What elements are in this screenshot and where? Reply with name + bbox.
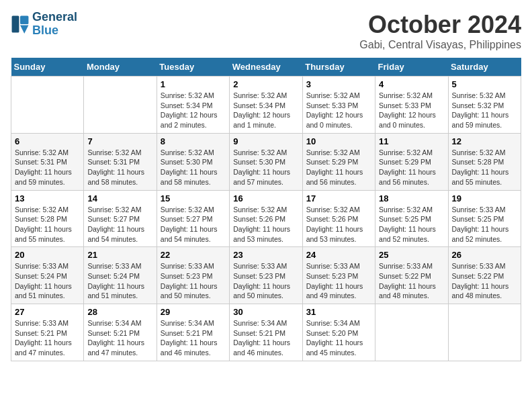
calendar-cell: 12Sunrise: 5:32 AMSunset: 5:28 PMDayligh…	[448, 133, 521, 190]
svg-marker-2	[20, 25, 28, 33]
day-info: Sunrise: 5:33 AMSunset: 5:21 PMDaylight:…	[15, 318, 80, 358]
day-info: Sunrise: 5:33 AMSunset: 5:24 PMDaylight:…	[15, 261, 80, 301]
calendar-cell: 28Sunrise: 5:34 AMSunset: 5:21 PMDayligh…	[84, 304, 157, 361]
calendar-cell: 6Sunrise: 5:32 AMSunset: 5:31 PMDaylight…	[11, 133, 84, 190]
svg-rect-0	[12, 15, 19, 32]
logo: General Blue	[11, 11, 77, 38]
calendar-cell: 15Sunrise: 5:32 AMSunset: 5:27 PMDayligh…	[157, 190, 229, 247]
calendar-cell: 2Sunrise: 5:32 AMSunset: 5:34 PMDaylight…	[230, 77, 302, 134]
calendar-cell: 13Sunrise: 5:32 AMSunset: 5:28 PMDayligh…	[11, 190, 84, 247]
logo-line1: General	[32, 11, 77, 24]
calendar-cell: 21Sunrise: 5:33 AMSunset: 5:24 PMDayligh…	[84, 247, 157, 304]
day-info: Sunrise: 5:32 AMSunset: 5:27 PMDaylight:…	[161, 205, 226, 244]
day-number: 18	[379, 193, 444, 203]
day-info: Sunrise: 5:32 AMSunset: 5:32 PMDaylight:…	[452, 91, 517, 130]
day-number: 28	[87, 307, 152, 317]
day-info: Sunrise: 5:32 AMSunset: 5:33 PMDaylight:…	[379, 91, 444, 130]
day-number: 9	[233, 136, 298, 146]
calendar-cell: 30Sunrise: 5:34 AMSunset: 5:21 PMDayligh…	[230, 304, 302, 361]
day-info: Sunrise: 5:32 AMSunset: 5:34 PMDaylight:…	[161, 91, 226, 130]
calendar-cell: 8Sunrise: 5:32 AMSunset: 5:30 PMDaylight…	[157, 133, 229, 190]
calendar-cell	[11, 77, 84, 134]
day-number: 6	[15, 136, 80, 146]
day-info: Sunrise: 5:33 AMSunset: 5:22 PMDaylight:…	[379, 261, 444, 301]
day-info: Sunrise: 5:32 AMSunset: 5:25 PMDaylight:…	[379, 205, 444, 244]
week-row-3: 13Sunrise: 5:32 AMSunset: 5:28 PMDayligh…	[11, 190, 521, 247]
day-number: 1	[161, 79, 226, 89]
weekday-header-thursday: Thursday	[302, 58, 375, 77]
calendar-cell: 7Sunrise: 5:32 AMSunset: 5:31 PMDaylight…	[84, 133, 157, 190]
day-info: Sunrise: 5:33 AMSunset: 5:24 PMDaylight:…	[87, 261, 152, 301]
calendar-cell: 17Sunrise: 5:32 AMSunset: 5:26 PMDayligh…	[302, 190, 375, 247]
day-info: Sunrise: 5:34 AMSunset: 5:21 PMDaylight:…	[87, 318, 152, 358]
day-number: 11	[379, 136, 444, 146]
day-number: 20	[15, 250, 80, 260]
day-info: Sunrise: 5:34 AMSunset: 5:21 PMDaylight:…	[161, 318, 226, 358]
calendar-cell	[375, 304, 448, 361]
weekday-header-wednesday: Wednesday	[230, 58, 302, 77]
calendar-cell: 22Sunrise: 5:33 AMSunset: 5:23 PMDayligh…	[157, 247, 229, 304]
day-number: 27	[15, 307, 80, 317]
calendar-cell: 9Sunrise: 5:32 AMSunset: 5:30 PMDaylight…	[230, 133, 302, 190]
day-info: Sunrise: 5:33 AMSunset: 5:23 PMDaylight:…	[306, 261, 371, 301]
weekday-header-monday: Monday	[84, 58, 157, 77]
day-number: 7	[87, 136, 152, 146]
day-info: Sunrise: 5:34 AMSunset: 5:21 PMDaylight:…	[233, 318, 298, 358]
weekday-header-row: SundayMondayTuesdayWednesdayThursdayFrid…	[11, 58, 521, 77]
month-title: October 2024	[359, 11, 521, 39]
calendar-cell: 14Sunrise: 5:32 AMSunset: 5:27 PMDayligh…	[84, 190, 157, 247]
logo-text: General Blue	[32, 11, 77, 38]
day-number: 24	[306, 250, 371, 260]
calendar-cell: 29Sunrise: 5:34 AMSunset: 5:21 PMDayligh…	[157, 304, 229, 361]
calendar-cell: 1Sunrise: 5:32 AMSunset: 5:34 PMDaylight…	[157, 77, 229, 134]
svg-rect-1	[20, 15, 28, 24]
weekday-header-sunday: Sunday	[11, 58, 84, 77]
day-number: 26	[452, 250, 517, 260]
title-section: October 2024 Gabi, Central Visayas, Phil…	[359, 11, 521, 51]
day-number: 30	[233, 307, 298, 317]
calendar-cell: 19Sunrise: 5:33 AMSunset: 5:25 PMDayligh…	[448, 190, 521, 247]
day-number: 31	[306, 307, 371, 317]
calendar-cell	[84, 77, 157, 134]
day-info: Sunrise: 5:32 AMSunset: 5:28 PMDaylight:…	[452, 148, 517, 187]
day-number: 12	[452, 136, 517, 146]
day-info: Sunrise: 5:32 AMSunset: 5:31 PMDaylight:…	[87, 148, 152, 187]
calendar-cell: 18Sunrise: 5:32 AMSunset: 5:25 PMDayligh…	[375, 190, 448, 247]
weekday-header-saturday: Saturday	[448, 58, 521, 77]
calendar-cell: 24Sunrise: 5:33 AMSunset: 5:23 PMDayligh…	[302, 247, 375, 304]
day-number: 14	[87, 193, 152, 203]
calendar-cell: 11Sunrise: 5:32 AMSunset: 5:29 PMDayligh…	[375, 133, 448, 190]
day-number: 2	[233, 79, 298, 89]
logo-line2: Blue	[32, 24, 58, 37]
page-header: General Blue October 2024 Gabi, Central …	[11, 11, 521, 51]
day-info: Sunrise: 5:32 AMSunset: 5:27 PMDaylight:…	[87, 205, 152, 244]
day-info: Sunrise: 5:32 AMSunset: 5:33 PMDaylight:…	[306, 91, 371, 130]
day-number: 13	[15, 193, 80, 203]
week-row-1: 1Sunrise: 5:32 AMSunset: 5:34 PMDaylight…	[11, 77, 521, 134]
day-info: Sunrise: 5:32 AMSunset: 5:29 PMDaylight:…	[306, 148, 371, 187]
calendar-cell: 27Sunrise: 5:33 AMSunset: 5:21 PMDayligh…	[11, 304, 84, 361]
day-number: 4	[379, 79, 444, 89]
day-info: Sunrise: 5:32 AMSunset: 5:34 PMDaylight:…	[233, 91, 298, 130]
weekday-header-tuesday: Tuesday	[157, 58, 229, 77]
day-number: 19	[452, 193, 517, 203]
logo-icon	[11, 15, 30, 34]
location-subtitle: Gabi, Central Visayas, Philippines	[359, 39, 521, 51]
day-info: Sunrise: 5:32 AMSunset: 5:26 PMDaylight:…	[233, 205, 298, 244]
day-info: Sunrise: 5:33 AMSunset: 5:23 PMDaylight:…	[233, 261, 298, 301]
day-info: Sunrise: 5:33 AMSunset: 5:25 PMDaylight:…	[452, 205, 517, 244]
day-info: Sunrise: 5:32 AMSunset: 5:26 PMDaylight:…	[306, 205, 371, 244]
day-number: 23	[233, 250, 298, 260]
day-number: 17	[306, 193, 371, 203]
day-info: Sunrise: 5:32 AMSunset: 5:31 PMDaylight:…	[15, 148, 80, 187]
calendar-cell: 5Sunrise: 5:32 AMSunset: 5:32 PMDaylight…	[448, 77, 521, 134]
week-row-5: 27Sunrise: 5:33 AMSunset: 5:21 PMDayligh…	[11, 304, 521, 361]
calendar-cell: 10Sunrise: 5:32 AMSunset: 5:29 PMDayligh…	[302, 133, 375, 190]
day-number: 16	[233, 193, 298, 203]
calendar-cell: 31Sunrise: 5:34 AMSunset: 5:20 PMDayligh…	[302, 304, 375, 361]
calendar-cell: 4Sunrise: 5:32 AMSunset: 5:33 PMDaylight…	[375, 77, 448, 134]
day-number: 3	[306, 79, 371, 89]
calendar-cell: 26Sunrise: 5:33 AMSunset: 5:22 PMDayligh…	[448, 247, 521, 304]
day-number: 8	[161, 136, 226, 146]
day-number: 15	[161, 193, 226, 203]
